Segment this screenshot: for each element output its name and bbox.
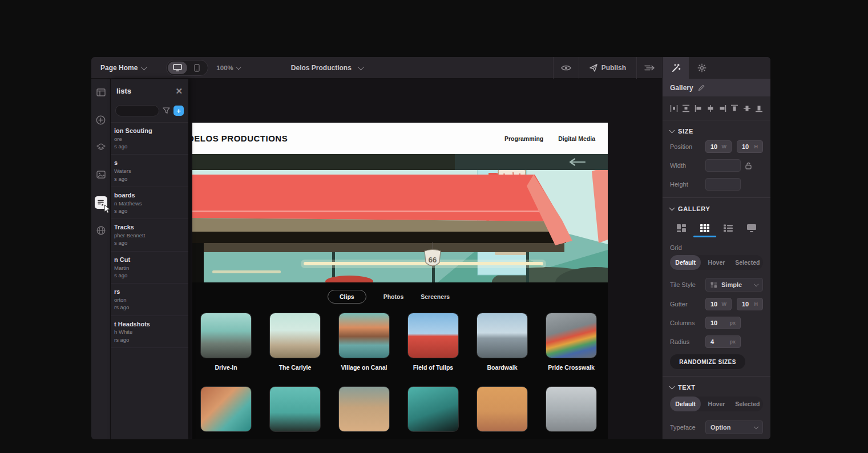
playlist-title: rs <box>114 288 188 296</box>
align-left-icon[interactable] <box>695 104 703 112</box>
gallery-tile[interactable]: The Carlyle <box>269 313 321 371</box>
tab-clips[interactable]: Clips <box>328 290 366 304</box>
typeface-select[interactable]: Option <box>705 420 763 434</box>
mobile-icon <box>194 64 200 72</box>
section-divider <box>663 376 770 377</box>
layout-pages-button[interactable] <box>95 87 107 98</box>
layout-list-button[interactable] <box>718 220 738 237</box>
text-state-selected[interactable]: Selected <box>732 397 763 411</box>
playlist-item[interactable]: n Cut Martin s ago <box>111 252 188 284</box>
gallery-tile[interactable]: Pride Crosswalk <box>546 313 597 371</box>
gallery-tile[interactable]: Drive-In <box>200 313 252 371</box>
grid-state-selected[interactable]: Selected <box>732 255 763 270</box>
tile-style-label: Tile Style <box>670 281 705 288</box>
thumbnail-field-of-tulips <box>407 313 459 358</box>
site-logo[interactable]: DELOS PRODUCTIONS <box>192 134 288 143</box>
gallery-tile[interactable]: Field of Tulips <box>407 313 459 371</box>
gallery-tile[interactable]: Boardwalk <box>477 313 528 371</box>
add-playlist-button[interactable]: + <box>173 106 184 116</box>
width-input[interactable] <box>705 159 741 172</box>
thumbnail-teal-facade <box>269 386 321 432</box>
gallery-tile[interactable] <box>200 386 252 432</box>
playlist-item[interactable]: Tracks pher Bennett s ago <box>111 219 188 251</box>
distribute-vertical-icon[interactable] <box>682 104 690 112</box>
grid-state-default[interactable]: Default <box>670 255 701 270</box>
position-w-input[interactable]: 10 W <box>705 140 732 153</box>
playlists-panel: lists ✕ + ion Scouting ore s ago s <box>111 79 188 439</box>
chevron-down-icon <box>669 128 675 134</box>
edit-pencil-icon[interactable] <box>698 84 705 91</box>
page-selector[interactable]: Page Home <box>100 64 146 72</box>
tile-label: Pride Crosswalk <box>546 364 597 371</box>
align-center-vertical-icon[interactable] <box>743 104 751 112</box>
tab-screeners[interactable]: Screeners <box>421 293 450 300</box>
text-state-default[interactable]: Default <box>670 397 701 411</box>
radius-input[interactable]: 4 px <box>705 335 741 348</box>
tab-photos[interactable]: Photos <box>383 293 404 300</box>
lock-icon[interactable] <box>745 162 752 169</box>
align-center-horizontal-icon[interactable] <box>706 104 714 112</box>
playlist-item[interactable]: s Waters s ago <box>111 155 188 187</box>
search-input[interactable] <box>115 105 159 116</box>
align-bottom-icon[interactable] <box>755 104 763 112</box>
close-panel-button[interactable]: ✕ <box>175 87 183 95</box>
randomize-sizes-button[interactable]: RANDOMIZE SIZES <box>670 354 745 369</box>
nav-link-programming[interactable]: Programming <box>504 135 543 142</box>
layers-button[interactable] <box>95 141 107 153</box>
gallery-section-header[interactable]: GALLERY <box>670 205 763 212</box>
gallery-tile[interactable] <box>477 386 528 432</box>
playlist-list: ion Scouting ore s ago s Waters s ago bo… <box>111 123 188 348</box>
size-section-header[interactable]: SIZE <box>670 128 763 135</box>
playlist-item[interactable]: t Headshots h White rs ago <box>111 316 188 348</box>
tile-style-select[interactable]: Simple <box>705 278 763 292</box>
text-state-hover[interactable]: Hover <box>701 397 732 411</box>
site-settings-button[interactable] <box>95 225 107 236</box>
gallery-tile[interactable]: Village on Canal <box>338 313 390 371</box>
playlist-item[interactable]: rs orton rs ago <box>111 284 188 316</box>
grid-state-hover[interactable]: Hover <box>701 255 732 270</box>
distribute-horizontal-icon[interactable] <box>670 104 678 112</box>
playlist-owner: n Matthews <box>114 200 188 207</box>
publish-button[interactable]: Publish <box>579 57 636 79</box>
gutter-w-input[interactable]: 10 W <box>705 298 732 310</box>
playlist-item[interactable]: ion Scouting ore s ago <box>111 123 188 155</box>
thumbnail-pride-crosswalk <box>546 313 597 358</box>
collapse-panel-button[interactable] <box>637 57 662 79</box>
height-input[interactable] <box>705 178 741 191</box>
mobile-preview-button[interactable] <box>187 62 207 74</box>
gallery-tile[interactable] <box>338 386 390 432</box>
columns-input[interactable]: 10 px <box>705 317 741 329</box>
playlist-item[interactable]: boards n Matthews s ago <box>111 187 188 219</box>
text-state-switcher: Default Hover Selected <box>670 397 763 411</box>
align-top-icon[interactable] <box>730 104 738 112</box>
layout-slideshow-button[interactable] <box>741 220 762 237</box>
tab-design[interactable] <box>663 57 689 79</box>
chevron-down-icon <box>754 424 758 429</box>
nav-link-digital-media[interactable]: Digital Media <box>558 135 595 142</box>
playlists-button[interactable] <box>95 196 107 209</box>
site-title-dropdown[interactable]: Delos Productions <box>91 64 562 72</box>
gutter-h-input[interactable]: 10 H <box>737 298 763 310</box>
magic-wand-icon <box>671 63 681 73</box>
align-right-icon[interactable] <box>718 104 726 112</box>
filter-icon[interactable] <box>163 107 170 114</box>
media-library-button[interactable] <box>95 169 107 180</box>
site-title: Delos Productions <box>291 64 352 72</box>
gallery-tile[interactable] <box>269 386 321 432</box>
desktop-preview-button[interactable] <box>168 62 187 74</box>
layout-grid-button[interactable] <box>695 220 715 237</box>
zoom-level-dropdown[interactable]: 100% <box>216 64 240 71</box>
tile-style-value: Simple <box>721 281 742 288</box>
gallery-tile[interactable] <box>546 386 597 432</box>
thumbnail-the-carlyle <box>269 313 321 358</box>
section-divider <box>663 197 770 198</box>
preview-button[interactable] <box>554 57 579 79</box>
device-preview-toggle[interactable] <box>166 60 208 76</box>
tab-settings[interactable] <box>689 57 715 79</box>
add-element-button[interactable] <box>95 114 107 126</box>
layout-mosaic-button[interactable] <box>671 220 692 237</box>
position-h-input[interactable]: 10 H <box>737 140 763 153</box>
text-section-header[interactable]: TEXT <box>670 384 763 391</box>
hero-image[interactable]: R 6 6 Diner <box>192 154 608 282</box>
gallery-tile[interactable] <box>407 386 459 432</box>
